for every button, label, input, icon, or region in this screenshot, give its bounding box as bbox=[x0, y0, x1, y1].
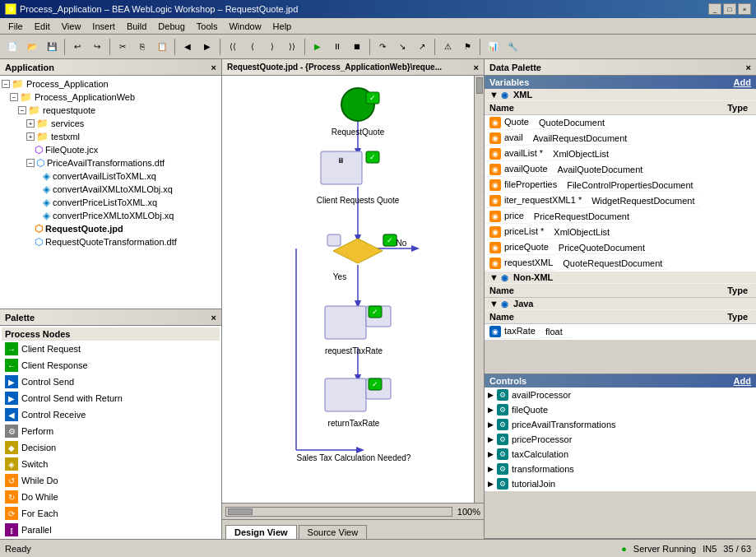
ctrl-fq-expand[interactable]: ▶ bbox=[488, 406, 494, 414]
menu-build[interactable]: Build bbox=[122, 20, 151, 33]
palette-while-do[interactable]: ↺ While Do bbox=[2, 472, 220, 489]
scroll-thumb-v[interactable] bbox=[476, 77, 483, 94]
ctrl-tutorial-join[interactable]: ▶ ⚙ tutorialJoin bbox=[485, 476, 756, 491]
palette-client-response[interactable]: ← Client Response bbox=[2, 357, 220, 374]
tree-item-process-web[interactable]: − 📁 Process_ApplicationWeb bbox=[2, 91, 220, 104]
var-fileprops[interactable]: ◉fileProperties FileControlPropertiesDoc… bbox=[485, 178, 722, 193]
var-availlist[interactable]: ◉availList * XmlObjectList bbox=[485, 146, 722, 162]
tree-item-convert3[interactable]: ◈ convertPriceListToXML.xq bbox=[2, 196, 220, 209]
var-pricequote[interactable]: ◉priceQuote PriceQuoteDocument bbox=[485, 240, 722, 256]
ctrl-transformations[interactable]: ▶ ⚙ transformations bbox=[485, 462, 756, 476]
extra1-button[interactable]: 📊 bbox=[484, 38, 502, 56]
menu-view[interactable]: View bbox=[57, 20, 86, 33]
out-button[interactable]: ↗ bbox=[413, 38, 431, 56]
ctrl-tax-calculation[interactable]: ▶ ⚙ taxCalculation bbox=[485, 447, 756, 462]
tree-item-convert2[interactable]: ◈ convertAvailXMLtoXMLObj.xq bbox=[2, 183, 220, 196]
tree-item-testxml[interactable]: + 📁 testxml bbox=[2, 130, 220, 143]
minimize-button[interactable]: _ bbox=[708, 3, 721, 15]
tree-item-requestquote[interactable]: − 📁 requestquote bbox=[2, 104, 220, 117]
nav3-button[interactable]: ⟩ bbox=[263, 38, 281, 56]
menu-edit[interactable]: Edit bbox=[30, 20, 55, 33]
var-pricelist[interactable]: ◉priceList * XmlObjectList bbox=[485, 225, 722, 240]
ctrl-avail-expand[interactable]: ▶ bbox=[488, 391, 494, 399]
save-button[interactable]: 💾 bbox=[43, 38, 61, 56]
var-taxrate[interactable]: ◉taxRate float bbox=[485, 324, 722, 340]
diagram-scrollbar-h[interactable] bbox=[225, 507, 452, 517]
step-button[interactable]: ↷ bbox=[373, 38, 392, 56]
palette-perform[interactable]: ⚙ Perform bbox=[2, 423, 220, 439]
expand-process-web[interactable]: − bbox=[10, 93, 18, 101]
tree-item-convert1[interactable]: ◈ convertAvailListToXML.xq bbox=[2, 169, 220, 183]
expand-process-app[interactable]: − bbox=[2, 80, 10, 88]
expand-pricetransform[interactable]: − bbox=[26, 159, 35, 167]
pause-button[interactable]: ⏸ bbox=[328, 38, 346, 56]
stop-button[interactable]: ⏹ bbox=[348, 38, 366, 56]
menu-tools[interactable]: Tools bbox=[192, 20, 223, 33]
data-palette-close[interactable]: × bbox=[746, 63, 751, 72]
palette-close[interactable]: × bbox=[211, 313, 216, 323]
open-button[interactable]: 📂 bbox=[23, 38, 41, 56]
tab-design-view[interactable]: Design View bbox=[225, 525, 297, 539]
into-button[interactable]: ↘ bbox=[393, 38, 411, 56]
application-tree[interactable]: − 📁 Process_Application − 📁 Process_Appl… bbox=[0, 76, 221, 309]
var-quote[interactable]: ◉Quote QuoteDocument bbox=[485, 115, 722, 131]
palette-for-each[interactable]: ⟳ For Each bbox=[2, 505, 220, 522]
expand-services[interactable]: + bbox=[26, 119, 35, 128]
menu-debug[interactable]: Debug bbox=[153, 20, 189, 33]
nav1-button[interactable]: ⟨⟨ bbox=[224, 38, 242, 56]
palette-client-request[interactable]: → Client Request bbox=[2, 341, 220, 357]
xml-expand[interactable]: ▼ bbox=[489, 90, 499, 100]
run-button[interactable]: ▶ bbox=[308, 38, 327, 56]
palette-control-send-return[interactable]: ▶ Control Send with Return bbox=[2, 390, 220, 406]
palette-control-send[interactable]: ▶ Control Send bbox=[2, 374, 220, 390]
ctrl-price-avail-transform[interactable]: ▶ ⚙ priceAvailTransformations bbox=[485, 417, 756, 432]
tree-item-requestquotejpd[interactable]: ⬡ RequestQuote.jpd bbox=[2, 222, 220, 235]
ctrl-tr-expand[interactable]: ▶ bbox=[488, 465, 494, 473]
ctrl-pp-expand[interactable]: ▶ bbox=[488, 435, 494, 443]
forward-button[interactable]: ▶ bbox=[198, 38, 216, 56]
ctrl-tc-expand[interactable]: ▶ bbox=[488, 450, 494, 458]
redo-button[interactable]: ↪ bbox=[88, 38, 106, 56]
nonxml-expand[interactable]: ▼ bbox=[489, 272, 499, 282]
palette-do-while[interactable]: ↻ Do While bbox=[2, 489, 220, 505]
ctrl-tj-expand[interactable]: ▶ bbox=[488, 480, 494, 488]
palette-event-choice[interactable]: ⊕ Event Choice bbox=[2, 538, 220, 539]
tree-item-services[interactable]: + 📁 services bbox=[2, 117, 220, 130]
tree-item-filequote[interactable]: ⬡ FileQuote.jcx bbox=[2, 143, 220, 156]
cut-button[interactable]: ✂ bbox=[114, 38, 132, 56]
menu-help[interactable]: Help bbox=[268, 20, 297, 33]
maximize-button[interactable]: □ bbox=[723, 3, 736, 15]
diagram-scrollbar-v[interactable] bbox=[474, 76, 484, 503]
tree-item-convert4[interactable]: ◈ convertPriceXMLtoXMLObj.xq bbox=[2, 209, 220, 222]
center-panel-close[interactable]: × bbox=[474, 63, 479, 72]
app-panel-close[interactable]: × bbox=[211, 63, 216, 72]
var-price[interactable]: ◉price PriceRequestDocument bbox=[485, 209, 722, 225]
controls-add-btn[interactable]: Add bbox=[734, 376, 751, 386]
scroll-thumb-h[interactable] bbox=[228, 508, 253, 515]
tree-item-rqtransform[interactable]: ⬡ RequestQuoteTransformation.dtf bbox=[2, 235, 220, 248]
debug1-button[interactable]: ⚠ bbox=[438, 38, 457, 56]
palette-control-receive[interactable]: ◀ Control Receive bbox=[2, 406, 220, 423]
var-requestxml[interactable]: ◉requestXML QuoteRequestDocument bbox=[485, 256, 722, 272]
paste-button[interactable]: 📋 bbox=[153, 38, 171, 56]
var-avail[interactable]: ◉avail AvailRequestDocument bbox=[485, 131, 722, 146]
expand-testxml[interactable]: + bbox=[26, 132, 35, 141]
java-expand[interactable]: ▼ bbox=[489, 299, 499, 309]
back-button[interactable]: ◀ bbox=[179, 38, 197, 56]
ctrl-file-quote[interactable]: ▶ ⚙ fileQuote bbox=[485, 402, 756, 417]
menu-insert[interactable]: Insert bbox=[87, 20, 120, 33]
tree-item-process-application[interactable]: − 📁 Process_Application bbox=[2, 77, 220, 91]
diagram-area[interactable]: ✓ RequestQuote 🖥 ✓ Client Requests Quote… bbox=[222, 76, 484, 503]
ctrl-price-processor[interactable]: ▶ ⚙ priceProcessor bbox=[485, 432, 756, 447]
expand-requestquote[interactable]: − bbox=[18, 106, 26, 114]
palette-switch[interactable]: ◈ Switch bbox=[2, 456, 220, 472]
extra2-button[interactable]: 🔧 bbox=[503, 38, 522, 56]
undo-button[interactable]: ↩ bbox=[68, 38, 86, 56]
new-button[interactable]: 📄 bbox=[3, 38, 21, 56]
tree-item-pricetransform[interactable]: − ⬡ PriceAvailTransformations.dtf bbox=[2, 156, 220, 169]
debug2-button[interactable]: ⚑ bbox=[458, 38, 476, 56]
var-iter[interactable]: ◉iter_requestXML1 * WidgetRequestDocumen… bbox=[485, 193, 722, 209]
palette-decision[interactable]: ◆ Decision bbox=[2, 439, 220, 456]
var-availquote[interactable]: ◉availQuote AvailQuoteDocument bbox=[485, 162, 722, 178]
close-button[interactable]: × bbox=[738, 3, 751, 15]
